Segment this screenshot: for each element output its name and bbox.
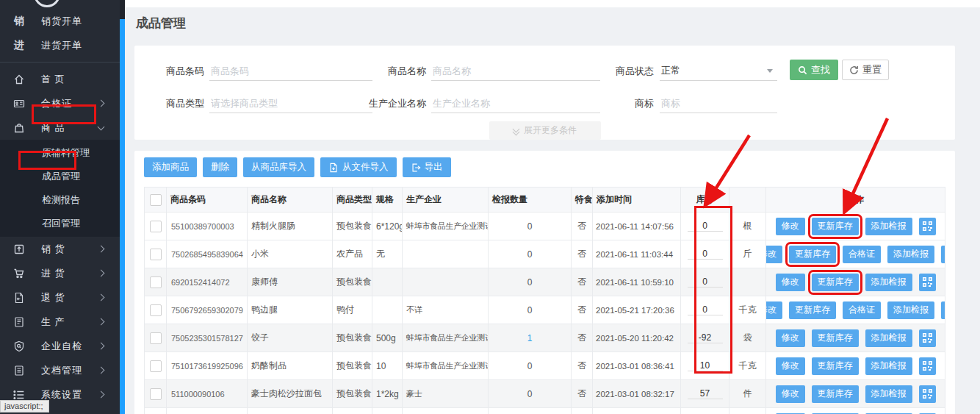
sidebar-subitem-test-report[interactable]: 检测报告 — [0, 188, 120, 212]
delete-button[interactable]: 删除 — [203, 157, 237, 177]
stock-input[interactable] — [688, 360, 723, 371]
sidebar-item-sales[interactable]: 销 货 — [0, 237, 120, 261]
qr-code-button[interactable] — [919, 357, 936, 375]
sidebar-divider — [0, 62, 120, 63]
cell-report-count: 0 — [489, 268, 572, 296]
add-report-button[interactable]: 添加检报 — [865, 385, 912, 403]
cell-operations: 修改更新库存添加检报 — [766, 213, 945, 240]
stock-input[interactable] — [688, 249, 723, 260]
cell-added-time — [593, 408, 681, 414]
stock-input[interactable] — [688, 221, 723, 232]
update-stock-button[interactable]: 更新库存 — [812, 274, 859, 291]
row-checkbox[interactable] — [150, 388, 162, 400]
product-name-filter-input[interactable] — [431, 62, 600, 81]
import-from-file-label: 从文件导入 — [342, 161, 389, 174]
sidebar-subitem-recall[interactable]: 召回管理 — [0, 212, 120, 235]
edit-button[interactable]: 修改 — [776, 274, 805, 291]
edit-button[interactable]: 修改 — [766, 301, 783, 319]
add-report-button[interactable]: 添加检报 — [887, 246, 934, 263]
sidebar-item-goods[interactable]: 商 品 — [0, 115, 120, 140]
qr-code-button[interactable] — [941, 301, 945, 319]
qr-code-button[interactable] — [941, 246, 945, 263]
edit-button[interactable]: 修改 — [766, 246, 783, 263]
sidebar-item-certificate[interactable]: 合格证 — [0, 91, 120, 115]
qr-code-button[interactable] — [919, 329, 936, 347]
update-stock-button[interactable]: 更新库存 — [812, 329, 859, 347]
row-checkbox[interactable] — [150, 360, 162, 372]
add-report-button[interactable]: 添加检报 — [865, 218, 912, 235]
add-report-button[interactable]: 添加检报 — [865, 357, 912, 375]
edit-button[interactable]: 修改 — [776, 357, 805, 375]
sidebar-item-documents[interactable]: 文档管理 — [0, 358, 120, 382]
update-stock-button[interactable]: 更新库存 — [789, 301, 836, 319]
sidebar-item-returns[interactable]: 退 货 — [0, 285, 120, 310]
update-stock-button[interactable]: 更新库存 — [812, 385, 859, 403]
row-checkbox[interactable] — [150, 332, 162, 344]
sidebar-item-purchase[interactable]: 进 货 — [0, 261, 120, 285]
edit-button[interactable]: 修改 — [776, 329, 805, 347]
add-report-button[interactable]: 添加检报 — [887, 301, 934, 319]
import-from-file-button[interactable]: 从文件导入 — [320, 157, 397, 177]
row-checkbox[interactable] — [150, 249, 162, 260]
barcode-filter-input[interactable] — [209, 62, 372, 81]
cell-checkbox — [145, 352, 167, 380]
trademark-filter-label: 商标 — [599, 94, 654, 113]
sale-char-icon: 销 — [12, 15, 26, 28]
chevron-right-icon — [98, 318, 105, 326]
import-from-library-button[interactable]: 从商品库导入 — [243, 157, 314, 177]
search-button[interactable]: 查找 — [790, 60, 838, 80]
add-product-button[interactable]: 添加商品 — [144, 157, 197, 177]
edit-button[interactable]: 修改 — [776, 218, 805, 235]
maker-filter-input[interactable] — [431, 94, 600, 113]
cell-barcode: 6920152414072 — [167, 268, 248, 296]
certificate-button[interactable]: 合格证 — [843, 246, 881, 263]
cell-special-food: 否 — [572, 352, 593, 380]
stock-input[interactable] — [688, 332, 723, 343]
table-row: 511000090106豪士肉松沙拉面包预包装食品1*2kg豪士0否2021-0… — [145, 380, 945, 408]
select-all-checkbox[interactable] — [150, 194, 162, 206]
cell-stock — [681, 380, 729, 408]
sidebar-item-sale-billing[interactable]: 销 销货开单 — [0, 9, 120, 33]
row-checkbox[interactable] — [150, 276, 162, 288]
cell-checkbox — [145, 213, 167, 240]
add-report-button[interactable]: 添加检报 — [865, 274, 912, 291]
status-select[interactable]: 正常 — [660, 62, 777, 81]
cell-report-count: 0 — [489, 213, 572, 240]
update-stock-button[interactable]: 更新库存 — [812, 357, 859, 375]
stock-input[interactable] — [688, 388, 723, 399]
cell-operations: 修改更新库存添加检报 — [766, 408, 945, 414]
cell-added-time: 2021-06-11 10:59:10 — [593, 268, 681, 296]
column-header: 添加时间 — [593, 188, 681, 213]
qr-code-button[interactable] — [919, 274, 936, 291]
sidebar-item-home[interactable]: 首 页 — [0, 67, 120, 91]
export-button[interactable]: 导出 — [403, 157, 451, 177]
reset-button[interactable]: 重置 — [842, 60, 889, 80]
sidebar-item-purchase-billing[interactable]: 进 进货开单 — [0, 33, 120, 57]
update-stock-button[interactable]: 更新库存 — [789, 246, 836, 263]
update-stock-button[interactable]: 更新库存 — [812, 218, 859, 235]
column-header: 商品名称 — [248, 188, 333, 213]
sidebar-item-production[interactable]: 生 产 — [0, 310, 120, 334]
cell-type — [333, 408, 372, 414]
expand-more-button[interactable]: 展开更多条件 — [489, 121, 601, 140]
cell-maker — [403, 268, 489, 296]
report-count-link[interactable]: 1 — [527, 333, 533, 343]
sidebar-item-self-inspection[interactable]: 企业自检 — [0, 334, 120, 358]
stock-input[interactable] — [688, 304, 723, 315]
cell-special-food: 否 — [572, 268, 593, 296]
row-checkbox[interactable] — [150, 221, 162, 232]
stock-input[interactable] — [688, 276, 723, 288]
cell-unit: 千克 — [729, 352, 766, 380]
cell-added-time: 2021-05-20 11:20:42 — [593, 324, 681, 352]
edit-button[interactable]: 修改 — [776, 385, 805, 403]
cell-report-count: 0 — [489, 240, 572, 268]
certificate-button[interactable]: 合格证 — [843, 301, 881, 319]
sidebar-subitem-raw-material[interactable]: 原辅料管理 — [0, 141, 120, 165]
qr-code-button[interactable] — [919, 218, 936, 235]
qr-code-button[interactable] — [919, 385, 936, 403]
trademark-filter-input[interactable] — [660, 94, 777, 113]
add-report-button[interactable]: 添加检报 — [865, 329, 912, 347]
row-checkbox[interactable] — [150, 304, 162, 316]
sidebar-subitem-finished-product[interactable]: 成品管理 — [0, 165, 120, 188]
product-type-filter-input[interactable] — [209, 94, 372, 113]
